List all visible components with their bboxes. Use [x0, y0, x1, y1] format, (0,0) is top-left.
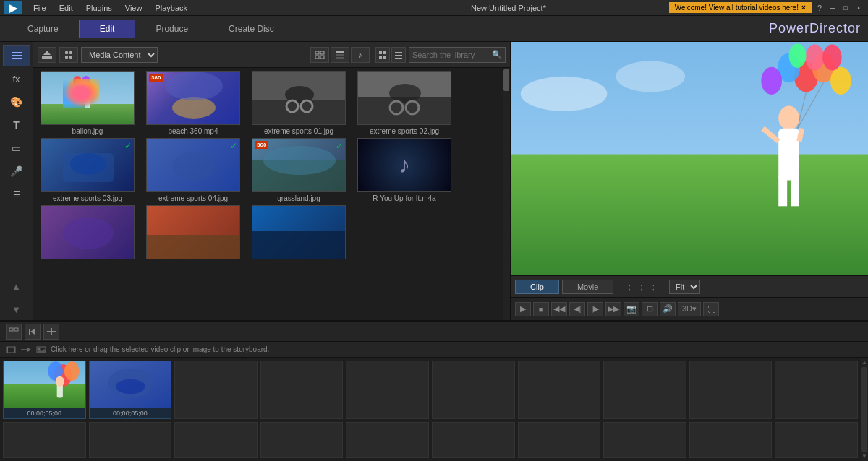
media-item-extreme1[interactable]: extreme sports 01.jpg	[247, 71, 350, 135]
story-clip-2[interactable]: 00;00;05;00	[89, 361, 172, 419]
svg-rect-77	[791, 176, 799, 206]
tutorial-banner[interactable]: Welcome! View all tutorial videos here! …	[669, 2, 812, 13]
step-back-button[interactable]: ◀|	[569, 302, 585, 316]
storyboard-view-button[interactable]	[310, 47, 329, 63]
media-name-extreme1: extreme sports 01.jpg	[264, 127, 333, 135]
media-item-extreme4[interactable]: ✓ extreme sports 04.jpg	[142, 138, 244, 202]
extreme4-svg	[147, 139, 240, 192]
sidebar-collapse[interactable]: ▲	[3, 275, 30, 297]
fullscreen-button[interactable]: ⛶	[703, 302, 719, 316]
play-button[interactable]: ▶	[515, 302, 531, 316]
clip-thumb-2	[90, 361, 171, 408]
add-clip-icon	[46, 327, 56, 336]
storyboard-tool-2[interactable]	[25, 324, 41, 340]
menu-playback[interactable]: Playback	[149, 2, 193, 14]
sidebar-audio[interactable]: 🎤	[3, 160, 30, 182]
scroll-down-icon[interactable]: ▼	[861, 453, 867, 460]
svg-rect-59	[252, 231, 346, 259]
step-forward-button[interactable]: |▶	[587, 302, 603, 316]
import-button[interactable]	[38, 47, 56, 63]
thumbnail-view-button[interactable]	[331, 47, 349, 63]
menu-edit[interactable]: Edit	[54, 2, 79, 14]
svg-point-62	[521, 77, 608, 111]
media-thumb-row3b	[146, 205, 240, 259]
sidebar-text[interactable]: T	[3, 114, 30, 136]
media-item-beach360[interactable]: 360 beach 360.mp4	[142, 71, 244, 135]
top-nav: Capture Edit Produce Create Disc PowerDi…	[0, 16, 868, 42]
sidebar-shape[interactable]: ▭	[3, 137, 30, 159]
3d-button[interactable]: 3D▾	[678, 302, 701, 316]
media-name-grassland: grassland.jpg	[277, 194, 320, 202]
extreme1-svg	[252, 72, 346, 125]
svg-rect-12	[315, 56, 319, 59]
media-item-row3a[interactable]	[36, 205, 139, 262]
grid-view-button[interactable]	[375, 47, 390, 63]
media-item-row3b[interactable]	[142, 205, 244, 262]
sidebar-subtitles[interactable]: ☰	[3, 184, 30, 205]
svg-rect-61	[511, 155, 868, 275]
menu-file[interactable]: File	[27, 2, 52, 14]
sidebar-navigate[interactable]	[3, 45, 30, 66]
playback-controls: ▶ ■ ◀◀ ◀| |▶ ▶▶ 📷 ⊟ 🔊 3D▾ ⛶	[511, 297, 868, 320]
tutorial-close-icon[interactable]: ×	[801, 4, 806, 12]
story-clip-1[interactable]: 00;00;05;00	[3, 361, 86, 419]
capture-tab[interactable]: Capture	[7, 20, 79, 38]
snapshot-button[interactable]: 📷	[624, 302, 639, 316]
fit-dropdown[interactable]: Fit	[669, 280, 700, 294]
storyboard-hint: Click here or drag the selected video cl…	[0, 342, 868, 358]
sidebar-fx[interactable]: fx	[3, 68, 30, 90]
row3a-svg	[41, 206, 135, 259]
badge-360-beach: 360	[149, 74, 163, 82]
plugins-button[interactable]	[59, 47, 78, 63]
search-box: 🔍	[409, 47, 506, 63]
svg-point-48	[70, 153, 106, 175]
media-scrollbar[interactable]	[503, 68, 510, 320]
navigate-icon	[10, 49, 23, 62]
media-name-extreme2: extreme sports 02.jpg	[370, 127, 439, 135]
media-thumb-grassland: 360 ✓	[252, 138, 346, 192]
stop-button[interactable]: ■	[533, 302, 549, 316]
media-item-grassland[interactable]: 360 ✓ grassland.jpg	[247, 138, 350, 202]
story-cell-r2-2	[89, 422, 172, 458]
svg-point-55	[63, 217, 114, 249]
create-disc-tab[interactable]: Create Disc	[208, 20, 294, 38]
help-icon[interactable]: ?	[814, 4, 825, 12]
window-title: New Untitled Project*	[348, 4, 668, 12]
storyboard-scrollbar[interactable]: ▲ ▼	[861, 358, 868, 461]
svg-rect-7	[69, 51, 72, 54]
produce-tab[interactable]: Produce	[135, 20, 208, 38]
maximize-button[interactable]: □	[841, 3, 851, 13]
list-view-button[interactable]	[391, 47, 406, 63]
media-item-music[interactable]: ♪ R You Up for It.m4a	[353, 138, 456, 202]
svg-point-104	[115, 379, 145, 394]
media-item-extreme3[interactable]: ✓ extreme sports 03.jpg	[36, 138, 139, 202]
content-type-dropdown[interactable]: Media Content	[81, 47, 158, 63]
next-frame-button[interactable]: ▶▶	[605, 302, 621, 316]
story-cell-7	[518, 361, 601, 419]
search-icon[interactable]: 🔍	[492, 50, 502, 59]
sidebar-expand[interactable]: ▼	[3, 298, 30, 320]
prev-frame-button[interactable]: ◀◀	[551, 302, 567, 316]
close-button[interactable]: ×	[854, 3, 864, 13]
edit-tab[interactable]: Edit	[79, 20, 136, 38]
scroll-up-icon[interactable]: ▲	[861, 359, 867, 366]
menu-view[interactable]: View	[119, 2, 148, 14]
clip-tab[interactable]: Clip	[515, 280, 559, 294]
app-window: ▶ File Edit Plugins View Playback New Un…	[0, 0, 868, 461]
storyboard-mode-icon	[9, 327, 19, 336]
minimize-button[interactable]: ─	[827, 3, 838, 13]
sidebar-color[interactable]: 🎨	[3, 91, 30, 113]
audio-button[interactable]: 🔊	[660, 302, 676, 316]
movie-tab[interactable]: Movie	[562, 280, 613, 294]
menu-plugins[interactable]: Plugins	[80, 2, 118, 14]
media-item-row3c[interactable]	[247, 205, 350, 262]
svg-rect-9	[69, 56, 72, 59]
storyboard-tool-3[interactable]	[43, 324, 59, 340]
media-item-extreme2[interactable]: extreme sports 02.jpg	[353, 71, 456, 135]
full-width-button[interactable]: ⊟	[642, 302, 658, 316]
audio-view-button[interactable]: ♪	[351, 47, 370, 63]
search-input[interactable]	[412, 51, 492, 59]
storyboard-tool-1[interactable]	[6, 324, 22, 340]
media-item-ballon[interactable]: ballon.jpg	[36, 71, 139, 135]
story-cell-r2-9	[689, 422, 773, 458]
